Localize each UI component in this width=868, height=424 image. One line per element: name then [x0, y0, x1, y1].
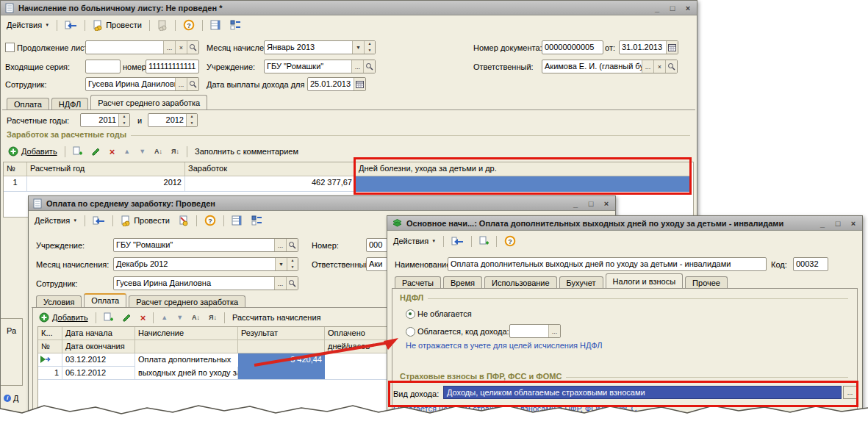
row-cell-num[interactable]: 1 — [4, 176, 27, 192]
undo-post-button[interactable] — [176, 215, 192, 227]
series-value[interactable] — [86, 60, 120, 73]
institution-field[interactable]: ГБУ "Ромашки" ... — [113, 238, 298, 252]
tab-vremya[interactable]: Время — [443, 276, 482, 289]
name-value[interactable]: Оплата дополнительных выходных дней по у… — [448, 258, 766, 270]
choose-button[interactable]: ... — [351, 60, 363, 73]
series-field[interactable] — [85, 60, 121, 73]
fill-with-comment-button[interactable]: Заполнить с комментарием — [192, 146, 301, 157]
copy-row-button[interactable] — [101, 312, 116, 323]
titlebar-average-pay[interactable]: Оплата по среднему заработку: Проведен _… — [29, 196, 615, 211]
dropdown-button[interactable]: ▼ — [275, 258, 287, 270]
choose-button[interactable]: ... — [548, 325, 560, 337]
help-button[interactable]: ? — [501, 234, 519, 248]
move-up-button[interactable]: ▲ — [158, 313, 171, 322]
search-button[interactable] — [187, 41, 198, 54]
calendar-button[interactable] — [354, 78, 365, 90]
help-button[interactable]: ? — [201, 214, 219, 227]
maximize-button[interactable]: □ — [833, 219, 842, 228]
search-button[interactable] — [363, 60, 375, 73]
doc-number-value[interactable]: 00000000005 — [542, 41, 603, 54]
post-button[interactable]: Провести — [118, 215, 173, 227]
maximize-button[interactable]: □ — [587, 199, 595, 208]
sort-asc-button[interactable]: А↓ — [189, 313, 203, 322]
row-end-date[interactable]: 06.12.2012 — [62, 367, 135, 380]
responsible-value[interactable]: Акимова Е. И. (главный бухг — [542, 60, 642, 73]
employee-value[interactable]: Гусева Ирина Даниловна — [86, 78, 175, 90]
incoming-number-field[interactable]: 111111111111 — [146, 60, 199, 73]
save-close-button[interactable] — [62, 19, 80, 31]
save-close-button[interactable] — [448, 235, 467, 247]
tab-buhuchet[interactable]: Бухучет — [559, 276, 603, 289]
choose-button[interactable]: ... — [642, 60, 653, 73]
employee-value[interactable]: Гусева Ирина Даниловна — [114, 277, 274, 290]
name-field[interactable]: Оплата дополнительных выходных дней по у… — [448, 257, 767, 271]
row-marker-cell[interactable] — [38, 353, 62, 367]
undo-post-button[interactable] — [154, 19, 171, 32]
year1-field[interactable]: 2011 ▲▼ — [80, 113, 130, 127]
close-button[interactable]: × — [602, 199, 611, 208]
code-value[interactable]: 00032 — [794, 258, 828, 270]
tab-oplata[interactable]: Оплата — [84, 293, 126, 308]
search-button[interactable] — [286, 277, 298, 290]
institution-value[interactable]: ГБУ "Ромашки" — [265, 60, 351, 73]
month-field[interactable]: Декабрь 2012 ▼ ▲▼ — [113, 257, 298, 271]
ndfl-date-field[interactable]: 25.01.2013 — [307, 77, 366, 91]
doc-date-value[interactable]: 31.01.2013 — [620, 41, 666, 54]
tab-raschet-srednego[interactable]: Расчет среднего заработка — [90, 95, 207, 110]
choose-button[interactable]: ... — [175, 78, 187, 90]
titlebar-sick-leave[interactable]: Начисление по больничному листу: Не пров… — [1, 1, 697, 15]
year2-value[interactable]: 2012 — [148, 114, 186, 126]
move-down-button[interactable]: ▼ — [173, 313, 186, 322]
income-code-field[interactable]: ... — [509, 324, 561, 338]
tab-raschety[interactable]: Расчеты — [395, 276, 441, 289]
row-start-date[interactable]: 03.12.2012 — [62, 353, 135, 367]
edit-row-button[interactable] — [119, 312, 134, 323]
maximize-button[interactable]: □ — [668, 4, 677, 12]
institution-field[interactable]: ГБУ "Ромашки" ... — [264, 60, 376, 73]
doc-number-field[interactable]: 00000000005 — [542, 40, 603, 54]
tab-raschet-srednego[interactable]: Расчет среднего заработка — [129, 295, 245, 308]
tab-ispolzovanie[interactable]: Использование — [484, 276, 557, 289]
titlebar-accrual-type[interactable]: Основное начи...: Оплата дополнительных … — [387, 216, 862, 231]
month-spinner[interactable]: ▲▼ — [287, 258, 298, 270]
employee-field[interactable]: Гусева Ирина Даниловна ... — [113, 276, 298, 290]
actions-button[interactable]: Действия▼ — [4, 20, 52, 30]
minimize-button[interactable]: _ — [653, 4, 661, 12]
responsible-field[interactable]: Акимова Е. И. (главный бухг ... × — [542, 60, 678, 73]
help-button[interactable]: ? — [180, 18, 198, 32]
institution-value[interactable]: ГБУ "Ромашки" — [114, 239, 274, 251]
incoming-number-value[interactable]: 111111111111 — [146, 60, 198, 73]
income-code-value[interactable] — [510, 325, 548, 337]
minimize-button[interactable]: _ — [571, 199, 580, 208]
save-close-button[interactable] — [90, 215, 108, 226]
actions-button[interactable]: Действия▼ — [390, 236, 439, 246]
delete-row-button[interactable]: × — [107, 147, 118, 157]
tab-prochee[interactable]: Прочее — [685, 276, 728, 289]
structure-button[interactable] — [229, 215, 245, 226]
row-num[interactable]: 1 — [38, 367, 62, 380]
row-cell-year[interactable]: 2012 — [27, 176, 185, 192]
tab-nalogi-vznosy[interactable]: Налоги и взносы — [606, 273, 684, 289]
tab-usloviya[interactable]: Условия — [36, 295, 82, 308]
tab-ndfl[interactable]: НДФЛ — [51, 98, 88, 110]
code-field[interactable]: 00032 — [793, 257, 828, 271]
sort-desc-button[interactable]: Я↓ — [206, 313, 220, 322]
structure-button[interactable] — [207, 19, 224, 31]
sort-asc-button[interactable]: А↓ — [151, 147, 165, 156]
row-cell-earnings[interactable]: 462 377,67 — [185, 176, 356, 192]
ndfl-date-value[interactable]: 25.01.2013 — [308, 78, 354, 90]
clear-button[interactable]: × — [175, 41, 187, 54]
move-down-button[interactable]: ▼ — [136, 147, 148, 156]
month-value[interactable]: Декабрь 2012 — [114, 258, 275, 270]
month-value[interactable]: Январь 2013 — [265, 41, 352, 54]
year1-value[interactable]: 2011 — [81, 114, 118, 126]
year2-spinner[interactable]: ▲▼ — [186, 114, 197, 126]
doc-date-field[interactable]: 31.01.2013 — [619, 40, 678, 54]
add-row-button[interactable]: Добавить — [5, 145, 60, 157]
year1-spinner[interactable]: ▲▼ — [118, 114, 129, 126]
choose-button[interactable]: ... — [163, 41, 175, 54]
continuation-field[interactable]: ... × — [85, 40, 199, 54]
search-button[interactable] — [286, 239, 298, 251]
continuation-checkbox[interactable] — [5, 43, 15, 52]
year2-field[interactable]: 2012 ▲▼ — [148, 113, 198, 127]
